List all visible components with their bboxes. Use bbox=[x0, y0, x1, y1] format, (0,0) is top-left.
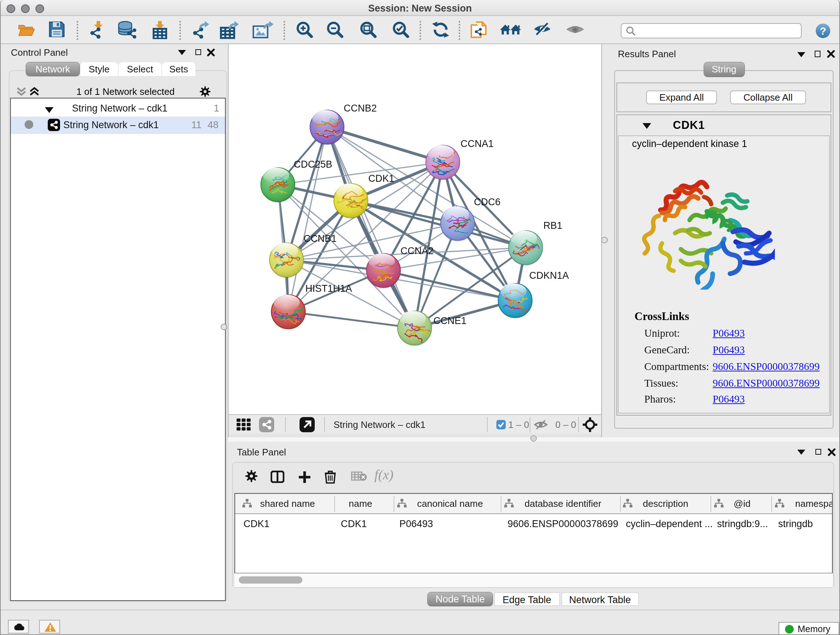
svg-text:CDKN1A: CDKN1A bbox=[529, 270, 569, 281]
svg-text:CDK1: CDK1 bbox=[368, 173, 394, 184]
svg-text:CDC6: CDC6 bbox=[474, 196, 501, 207]
svg-text:CDC25B: CDC25B bbox=[294, 159, 332, 170]
svg-text:RB1: RB1 bbox=[543, 220, 562, 231]
svg-text:?: ? bbox=[819, 25, 826, 36]
svg-text:CCNB1: CCNB1 bbox=[303, 233, 337, 244]
svg-text:CCNE1: CCNE1 bbox=[433, 315, 467, 326]
svg-text:CCNA2: CCNA2 bbox=[401, 245, 434, 256]
svg-text:HIST1H1A: HIST1H1A bbox=[305, 283, 352, 294]
svg-text:CCNB2: CCNB2 bbox=[344, 103, 377, 114]
svg-text:CCNA1: CCNA1 bbox=[461, 138, 494, 149]
